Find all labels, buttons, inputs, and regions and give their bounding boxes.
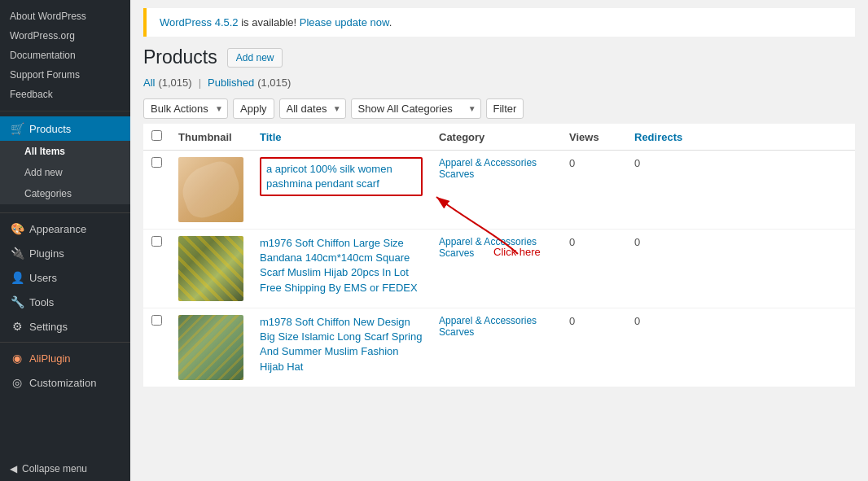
sidebar-item-feedback[interactable]: Feedback xyxy=(0,85,130,104)
th-title: Title xyxy=(252,124,431,151)
sidebar-item-about-wordpress[interactable]: About WordPress xyxy=(0,7,130,26)
all-dates-select[interactable]: All dates xyxy=(279,98,346,119)
wordpress-version-link[interactable]: WordPress 4.5.2 xyxy=(160,16,239,28)
row2-category-cell: Apparel & Accessories Scarves xyxy=(431,230,561,308)
filter-bar: All (1,015) | Published (1,015) xyxy=(130,73,868,94)
row3-thumbnail-cell xyxy=(170,308,252,387)
sidebar-item-users[interactable]: 👤 Users xyxy=(0,265,130,290)
sidebar-item-tools[interactable]: 🔧 Tools xyxy=(0,290,130,314)
th-views: Views xyxy=(561,124,626,151)
please-update-link[interactable]: Please update now xyxy=(300,16,389,28)
filter-all-count: (1,015) xyxy=(158,77,191,89)
sidebar-products-submenu: All Items Add new Categories xyxy=(0,141,130,204)
row1-title-cell: a apricot 100% silk women pashmina penda… xyxy=(252,151,431,230)
row2-title-cell: m1976 Soft Chiffon Large Size Bandana 14… xyxy=(252,230,431,308)
tools-icon: 🔧 xyxy=(10,295,24,308)
title-sort-link[interactable]: Title xyxy=(260,131,282,143)
row3-checkbox-cell xyxy=(143,308,170,387)
table-head: Thumbnail Title Category Views Redirects xyxy=(143,124,855,151)
filter-separator: | xyxy=(199,77,201,89)
sidebar-item-documentation[interactable]: Documentation xyxy=(0,46,130,65)
collapse-arrow-icon: ◀ xyxy=(10,463,17,474)
sidebar-users-label: Users xyxy=(29,272,57,284)
th-category: Category xyxy=(431,124,561,151)
row1-thumbnail xyxy=(178,157,243,222)
collapse-menu-label: Collapse menu xyxy=(22,463,87,474)
sidebar-item-products[interactable]: 🛒 Products xyxy=(0,116,130,141)
plugins-icon: 🔌 xyxy=(10,247,24,260)
main-content: WordPress 4.5.2 is available! Please upd… xyxy=(130,0,868,481)
filter-button[interactable]: Filter xyxy=(486,98,524,119)
sidebar-products-section: 🛒 Products All Items Add new Categories xyxy=(0,112,130,209)
page-title: Products xyxy=(143,46,217,68)
sidebar-item-support-forums[interactable]: Support Forums xyxy=(0,65,130,85)
row2-category-link2[interactable]: Scarves xyxy=(439,247,553,259)
sidebar-sub-categories[interactable]: Categories xyxy=(0,183,130,204)
table-row: m1978 Soft Chiffon New Design Big Size I… xyxy=(143,308,855,387)
th-redirects: Redirects xyxy=(626,124,855,151)
aliplugin-icon: ◉ xyxy=(10,352,24,365)
row2-redirects-cell: 0 xyxy=(626,230,855,308)
row3-redirects-cell: 0 xyxy=(626,308,855,387)
row2-title-link[interactable]: m1976 Soft Chiffon Large Size Bandana 14… xyxy=(260,237,418,294)
sidebar-item-plugins[interactable]: 🔌 Plugins xyxy=(0,241,130,265)
row1-title-link[interactable]: a apricot 100% silk women pashmina penda… xyxy=(266,163,392,190)
th-checkbox xyxy=(143,124,170,151)
row3-category-link2[interactable]: Scarves xyxy=(439,326,553,338)
table-row: a apricot 100% silk women pashmina penda… xyxy=(143,151,855,230)
row3-title-link[interactable]: m1978 Soft Chiffon New Design Big Size I… xyxy=(260,316,422,373)
row1-category-link1[interactable]: Apparel & Accessories xyxy=(439,157,553,168)
table-row: m1976 Soft Chiffon Large Size Bandana 14… xyxy=(143,230,855,308)
page-header: Products Add new xyxy=(130,37,868,73)
sidebar-item-appearance[interactable]: 🎨 Appearance xyxy=(0,216,130,241)
appearance-icon: 🎨 xyxy=(10,222,24,235)
select-all-checkbox[interactable] xyxy=(151,130,162,141)
cart-icon: 🛒 xyxy=(10,122,24,135)
products-table: Thumbnail Title Category Views Redirects xyxy=(143,124,855,387)
row2-views-cell: 0 xyxy=(561,230,626,308)
apply-button[interactable]: Apply xyxy=(233,98,274,119)
add-new-button[interactable]: Add new xyxy=(227,48,283,68)
sidebar-sub-all-items[interactable]: All Items xyxy=(0,141,130,162)
row3-category-link1[interactable]: Apparel & Accessories xyxy=(439,315,553,326)
sidebar-item-wordpress-org[interactable]: WordPress.org xyxy=(0,26,130,46)
sidebar-settings-label: Settings xyxy=(29,321,68,333)
row1-redirects-cell: 0 xyxy=(626,151,855,230)
row3-checkbox[interactable] xyxy=(151,315,162,326)
bulk-actions-wrap: Bulk Actions ▼ xyxy=(143,98,228,119)
sidebar-item-aliplugin[interactable]: ◉ AliPlugin xyxy=(0,346,130,370)
bulk-actions-select[interactable]: Bulk Actions xyxy=(143,98,228,119)
sidebar-customization-label: Customization xyxy=(29,377,96,389)
row1-category-cell: Apparel & Accessories Scarves xyxy=(431,151,561,230)
all-dates-wrap: All dates ▼ xyxy=(279,98,346,119)
row2-checkbox[interactable] xyxy=(151,236,162,247)
show-all-categories-select[interactable]: Show All Categories xyxy=(351,98,481,119)
row3-category-cell: Apparel & Accessories Scarves xyxy=(431,308,561,387)
filter-published-link[interactable]: Published xyxy=(208,77,254,89)
table-container: Thumbnail Title Category Views Redirects xyxy=(130,124,868,481)
filter-all-link[interactable]: All xyxy=(143,77,155,89)
th-thumbnail: Thumbnail xyxy=(170,124,252,151)
customization-icon: ◎ xyxy=(10,376,24,389)
filter-published-count: (1,015) xyxy=(257,77,291,89)
sidebar-item-settings[interactable]: ⚙ Settings xyxy=(0,314,130,339)
sidebar-aliplugin-label: AliPlugin xyxy=(29,352,71,365)
update-notice: WordPress 4.5.2 is available! Please upd… xyxy=(143,8,855,37)
sidebar: About WordPress WordPress.org Documentat… xyxy=(0,0,130,481)
collapse-menu-button[interactable]: ◀ Collapse menu xyxy=(0,457,130,481)
sidebar-products-label: Products xyxy=(29,123,71,135)
users-icon: 👤 xyxy=(10,271,24,284)
row1-category-link2[interactable]: Scarves xyxy=(439,168,553,180)
row3-title-cell: m1978 Soft Chiffon New Design Big Size I… xyxy=(252,308,431,387)
sidebar-sub-add-new[interactable]: Add new xyxy=(0,162,130,183)
update-period: . xyxy=(389,16,392,28)
row2-category-link1[interactable]: Apparel & Accessories xyxy=(439,236,553,247)
sidebar-top-links: About WordPress WordPress.org Documentat… xyxy=(0,0,130,112)
sidebar-item-customization[interactable]: ◎ Customization xyxy=(0,370,130,395)
sidebar-appearance-label: Appearance xyxy=(29,223,86,235)
row1-checkbox[interactable] xyxy=(151,157,162,168)
update-notice-text: is available! xyxy=(241,16,300,28)
row1-checkbox-cell xyxy=(143,151,170,230)
redirects-sort-link[interactable]: Redirects xyxy=(634,131,682,143)
sidebar-plugins-label: Plugins xyxy=(29,247,64,260)
